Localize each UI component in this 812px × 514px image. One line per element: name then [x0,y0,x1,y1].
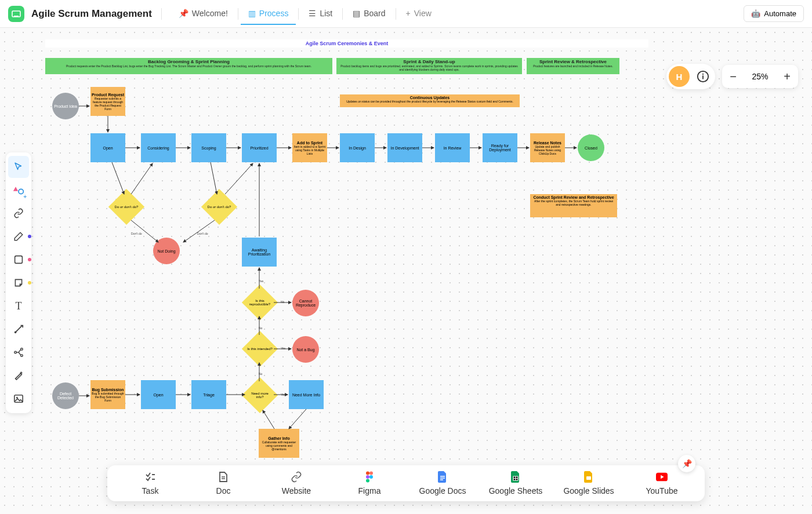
pin-star-icon: 📌 [179,9,188,18]
svg-point-16 [369,475,373,479]
plus-icon: + [406,9,411,18]
zoom-in-button[interactable]: + [776,65,798,88]
tab-process[interactable]: ▥ Process [241,3,296,25]
connector-tool[interactable] [8,318,29,340]
whiteboard-canvas[interactable]: + T [0,28,812,514]
node-prioritized[interactable]: Prioritized [242,133,277,162]
insert-gsheets[interactable]: Google Sheets [481,471,550,495]
label-no-1: No [281,300,284,304]
node-intended[interactable]: Is this intended? [242,331,278,367]
node-in-design[interactable]: In Design [340,133,375,162]
node-not-doing[interactable]: Not Doing [153,238,180,264]
node-awaiting[interactable]: Awaiting Prioritization [242,238,277,267]
youtube-icon [656,471,668,483]
node-more-info[interactable]: Need more info? [242,377,278,413]
label-no-2: No [259,326,262,330]
svg-point-14 [369,472,373,475]
svg-point-4 [14,331,17,334]
svg-rect-8 [14,395,23,403]
gsheets-icon [510,471,521,483]
add-view-button[interactable]: + View [398,3,439,25]
tab-list[interactable]: ☰ List [301,3,340,25]
insert-doc[interactable]: Doc [188,471,258,495]
svg-point-17 [366,479,369,483]
pointer-tool[interactable] [8,156,29,178]
node-bug-submission[interactable]: Bug Submission Bug is submitted through … [90,380,125,409]
diagram-content[interactable]: Agile Scrum Ceremonies & Event Backlog G… [45,35,648,475]
left-toolbar: + T [6,152,31,413]
svg-line-37 [183,220,215,242]
svg-line-49 [289,409,306,429]
text-tool[interactable]: T [8,295,29,317]
insert-task[interactable]: Task [115,471,185,495]
node-open[interactable]: Open [90,133,125,162]
node-product-request[interactable]: Product Request Requester submits a feat… [90,87,125,116]
svg-point-11 [702,74,704,75]
label-yes-1: Yes [259,279,263,283]
website-icon [291,471,302,483]
node-in-development[interactable]: In Development [387,133,422,162]
svg-rect-1 [14,16,19,17]
svg-line-32 [112,162,124,194]
node-product-idea[interactable]: Product Idea [52,93,79,119]
node-need-more[interactable]: Need More Info [289,380,324,409]
node-ready-deploy[interactable]: Ready for Deployment [483,133,517,162]
node-bug-open[interactable]: Open [141,380,176,409]
svg-point-15 [366,475,369,479]
label-dont-do-2: Don't do [197,232,208,235]
svg-point-5 [14,351,17,353]
zoom-out-button[interactable]: − [722,65,744,88]
link-tool[interactable] [8,202,29,224]
node-reproducible[interactable]: Is this reproducible? [242,285,278,320]
node-release-notes[interactable]: Release Notes Update and publish Release… [530,133,565,162]
node-not-bug[interactable]: Not a Bug [292,336,319,363]
insert-gslides[interactable]: Google Slides [554,471,624,495]
svg-line-50 [263,410,274,429]
node-decision-2[interactable]: Do or don't do? [201,189,237,225]
svg-point-13 [366,472,369,475]
image-tool[interactable] [8,388,29,410]
pen-tool[interactable] [8,225,29,247]
info-button[interactable] [695,69,710,84]
svg-rect-3 [15,256,23,264]
continuous-updates-box: Continuous Updates Updates on status can… [340,94,520,107]
node-considering[interactable]: Considering [141,133,176,162]
node-scoping[interactable]: Scoping [191,133,226,162]
label-dont-do-1: Don't do [131,232,142,235]
figma-icon [364,471,375,483]
node-closed[interactable]: Closed [578,134,604,161]
task-icon [144,471,156,483]
node-gather-info[interactable]: Gather Info Collaborate with requester u… [259,429,299,458]
rectangle-tool[interactable] [8,249,29,271]
app-logo-icon [8,6,24,22]
user-avatar[interactable]: H [669,66,690,87]
sticky-note-tool[interactable] [8,272,29,294]
shapes-tool[interactable]: + [8,179,29,201]
automate-button[interactable]: 🤖 Automate [744,5,804,22]
node-in-review[interactable]: In Review [435,133,470,162]
gslides-icon [583,471,594,483]
insert-website[interactable]: Website [262,471,331,495]
svg-line-36 [225,163,253,194]
list-icon: ☰ [309,9,316,18]
header-sprint: Sprint & Daily Stand-up Product backlog … [336,58,522,74]
node-defect[interactable]: Defect Detected [52,382,79,409]
svg-rect-12 [702,75,704,79]
node-decision-1[interactable]: Do or don't do? [108,189,144,225]
node-cannot-repro[interactable]: Cannot Reproduce [292,290,319,316]
tab-board[interactable]: ▤ Board [345,3,393,25]
header-review: Sprint Review & Retrospective Product fe… [527,58,619,74]
svg-rect-18 [586,476,591,480]
svg-line-35 [211,162,217,194]
mindmap-tool[interactable] [8,341,29,363]
tab-welcome[interactable]: 📌 Welcome! [171,3,235,25]
pin-panel-button[interactable]: 📌 [678,455,695,472]
gdocs-icon [437,471,448,483]
insert-youtube[interactable]: YouTube [627,471,697,495]
ai-magic-tool[interactable] [8,364,29,387]
node-triage[interactable]: Triage [191,380,226,409]
zoom-value[interactable]: 25% [744,72,776,81]
insert-figma[interactable]: Figma [335,471,404,495]
node-add-to-sprint[interactable]: Add to Sprint Item is added to a Sprint … [292,133,327,162]
insert-gdocs[interactable]: Google Docs [408,471,477,495]
